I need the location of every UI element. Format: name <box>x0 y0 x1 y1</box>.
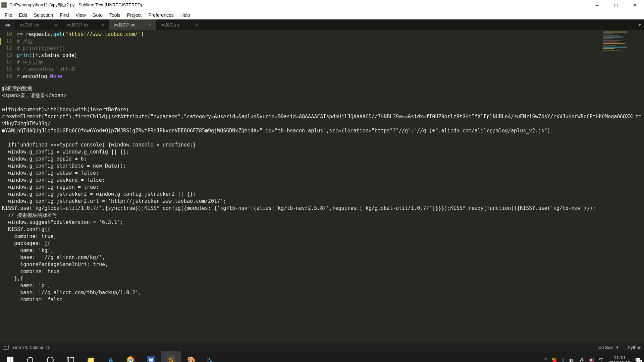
paint-icon[interactable]: 🎨 <box>181 351 201 362</box>
menu-find[interactable]: Find <box>56 11 72 19</box>
chrome-icon[interactable] <box>121 351 141 362</box>
minimap[interactable] <box>603 31 643 81</box>
file-tab[interactable]: py文件.py× <box>15 19 62 30</box>
code-area[interactable]: r= requests.get("https://www.taobao.com/… <box>17 30 644 82</box>
tab-close-icon[interactable]: × <box>54 22 57 27</box>
tab-close-icon[interactable]: × <box>195 22 198 27</box>
menubar: FileEditSelectionFindViewGotoToolsProjec… <box>0 10 644 19</box>
tab-size[interactable]: Tab Size: 4 <box>597 345 618 350</box>
file-tab[interactable]: py爬虫2.py× <box>109 19 156 30</box>
search-button[interactable] <box>20 351 40 362</box>
tray-overflow-icon[interactable]: ^ <box>544 357 547 362</box>
clock[interactable]: 11:10 2019/11/12 <box>608 355 630 362</box>
start-button[interactable] <box>0 351 20 362</box>
menu-preferences[interactable]: Preferences <box>145 11 177 19</box>
app-icon: S <box>1 2 7 8</box>
menu-view[interactable]: View <box>72 11 89 19</box>
statusbar: Line 24, Column 15 Tab Size: 4 Python <box>0 343 644 351</box>
explorer-icon[interactable]: 📁 <box>80 351 101 362</box>
output-panel[interactable]: 解析后的数据 <span>亲，请登录</span> with(document)… <box>0 82 644 343</box>
titlebar: S G:\Python\python11-8\py爬虫2.py - Sublim… <box>0 0 644 10</box>
menu-selection[interactable]: Selection <box>31 11 57 19</box>
cortana-button[interactable] <box>40 351 60 362</box>
tab-label: py爬虫.py <box>161 22 186 28</box>
bluetooth-icon[interactable]: ᛒ <box>562 357 565 362</box>
volume-icon[interactable]: 🔇 <box>589 357 594 362</box>
tab-label: py爬虫1.py <box>67 22 93 28</box>
file-tab[interactable]: py爬虫1.py× <box>62 19 109 30</box>
menu-file[interactable]: File <box>1 11 16 19</box>
tab-close-icon[interactable]: × <box>101 22 104 27</box>
menu-project[interactable]: Project <box>124 11 145 19</box>
taskbar: 📁 e W S 🎨 ^ 🍓 ᛒ ▮▯ ⁂ 🔇 中 11:10 2019/11/1… <box>0 351 644 362</box>
sublime-icon[interactable]: S <box>161 351 181 362</box>
word-icon[interactable]: W <box>141 351 161 362</box>
edge-icon[interactable]: e <box>101 351 121 362</box>
system-tray[interactable]: ^ 🍓 ᛒ ▮▯ ⁂ 🔇 中 11:10 2019/11/12 💬5 <box>544 355 644 362</box>
gutter: 10111213141516 <box>0 30 17 82</box>
task-view-button[interactable] <box>60 351 80 362</box>
action-center-icon[interactable]: 💬5 <box>635 357 641 362</box>
minimize-button[interactable]: ─ <box>588 0 606 10</box>
tab-close-icon[interactable]: × <box>148 22 151 27</box>
close-button[interactable]: ✕ <box>625 0 644 10</box>
ime-indicator[interactable]: 中 <box>599 357 604 362</box>
tab-history-nav[interactable]: ◀▶ <box>0 19 15 30</box>
tray-app-icon[interactable]: 🍓 <box>551 357 557 362</box>
editor[interactable]: 10111213141516 r= requests.get("https://… <box>0 30 644 82</box>
tabbar: ◀▶ py文件.py×py爬虫1.py×py爬虫2.py×py爬虫.py× ▾ <box>0 19 644 30</box>
cursor-position: Line 24, Column 15 <box>13 345 51 350</box>
photos-icon[interactable] <box>201 351 221 362</box>
tab-label: py文件.py <box>20 22 46 28</box>
menu-edit[interactable]: Edit <box>16 11 31 19</box>
window-title: G:\Python\python11-8\py爬虫2.py - Sublime … <box>9 2 142 8</box>
battery-icon[interactable]: ▮▯ <box>569 357 575 362</box>
tab-overflow-icon[interactable]: ▾ <box>635 19 644 30</box>
menu-goto[interactable]: Goto <box>89 11 106 19</box>
panel-switcher-icon[interactable] <box>3 345 9 350</box>
menu-tools[interactable]: Tools <box>106 11 124 19</box>
tab-label: py爬虫2.py <box>114 22 140 28</box>
maximize-button[interactable]: ◻ <box>606 0 625 10</box>
file-tab[interactable]: py爬虫.py× <box>156 19 203 30</box>
syntax-mode[interactable]: Python <box>628 345 641 350</box>
menu-help[interactable]: Help <box>177 11 194 19</box>
wifi-icon[interactable]: ⁂ <box>579 357 584 362</box>
